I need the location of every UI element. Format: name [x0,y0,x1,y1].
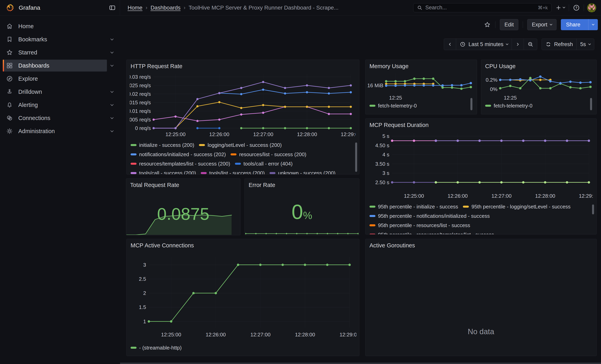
dashboard-actions: Edit Export Share [484,19,598,30]
legend-item[interactable]: fetch-telemetry-0 [485,103,532,109]
legend-item[interactable]: 95th percentile - resources/list - succe… [370,222,470,228]
panel-title: MCP Active Connections [127,239,359,249]
sidebar-item-label: Starred [18,49,37,56]
svg-text:0 req/s: 0 req/s [135,125,151,131]
legend-item[interactable]: logging/setLevel - success (200) [199,142,282,148]
legend-item[interactable]: 95th percentile - resources/templates/li… [370,232,494,235]
search-input[interactable]: Search... ⌘+k [413,3,551,12]
panel-active-goroutines[interactable]: Active Goroutines No data [365,239,597,356]
legend-item[interactable]: 95th percentile - initialize - success [370,204,458,210]
sidebar-item-dashboards[interactable]: Dashboards [3,59,107,71]
mcp-active-connections-chart[interactable]: 12:25:0012:26:0012:27:0012:28:0012:29:00… [130,253,356,340]
horizontal-scrollbar[interactable] [120,363,601,364]
sidebar-item-administration[interactable]: Administration [3,125,107,137]
edit-button[interactable]: Edit [500,19,518,30]
legend-item[interactable]: notifications/initialized - success (202… [130,151,226,157]
panel-total-request-rate[interactable]: Total Request Rate 0.0875 [126,178,240,235]
panel-http-request-rate[interactable]: HTTP Request Rate 12:25:0012:26:0012:27:… [126,59,359,175]
svg-text:1: 1 [143,318,146,325]
svg-text:12:27:00: 12:27:00 [491,193,511,199]
http-request-rate-chart[interactable]: 12:25:0012:26:0012:27:0012:28:0012:29:00… [130,72,356,139]
time-range-picker[interactable]: Last 5 minutes [456,39,512,50]
panel-title: CPU Usage [481,60,596,69]
svg-text:12:28:00: 12:28:00 [295,332,315,338]
legend-item[interactable]: resources/list - success (200) [230,151,306,157]
add-new-button[interactable] [555,4,566,11]
error-rate-sparkline [245,228,359,235]
sidebar-toggle-icon[interactable] [109,4,116,11]
time-shift-back-button[interactable] [444,39,456,50]
expand-dashboards-icon[interactable] [107,65,117,66]
legend-item[interactable]: 95th percentile - notifications/initiali… [370,213,490,219]
legend-item[interactable]: initialize - success (200) [130,142,194,148]
expand-connections-icon[interactable] [107,118,117,119]
legend-item[interactable]: resources/templates/list - success (200) [130,161,230,167]
expand-administration-icon[interactable] [107,130,117,132]
connections-icon [6,114,13,122]
panel-error-rate[interactable]: Error Rate 0% [244,178,359,235]
legend-scrollbar[interactable] [590,98,592,110]
mcp-request-duration-chart[interactable]: 12:25:0012:26:0012:27:0012:28:0012:29:00… [369,131,593,201]
stat-value: 0% [245,200,359,224]
svg-text:2.5: 2.5 [139,276,146,282]
panel-cpu-usage[interactable]: CPU Usage 12:250.2%0% fetch-telemetry-0 [481,59,597,114]
divider [523,21,523,28]
sidebar-item-starred[interactable]: Starred [3,47,107,59]
svg-text:12:29:00: 12:29:00 [340,332,356,338]
panel-mcp-request-duration[interactable]: MCP Request Duration 12:25:0012:26:0012:… [365,118,597,235]
export-button[interactable]: Export [527,19,556,30]
top-navbar: Grafana Home › Dashboards › ToolHive MCP… [0,0,601,16]
share-button[interactable]: Share [561,19,585,30]
brand-title: Grafana [19,4,40,11]
refresh-button[interactable]: Refresh [541,39,577,50]
svg-text:12:25:00: 12:25:00 [161,332,181,338]
legend-item[interactable]: - (streamable-http) [130,345,182,351]
legend-item[interactable]: tools/list - success (200) [201,170,265,175]
favorite-star-icon[interactable] [484,21,491,28]
breadcrumb-dashboards[interactable]: Dashboards [150,5,180,11]
sidebar-item-home[interactable]: Home [3,20,117,32]
grafana-logo[interactable] [6,3,14,12]
sidebar-item-label: Dashboards [18,62,49,69]
sidebar-item-explore[interactable]: Explore [3,73,117,85]
sidebar-item-drilldown[interactable]: Drilldown [3,86,107,98]
sidebar-item-label: Administration [18,128,55,135]
legend-item[interactable]: unknown - success (200) [270,170,335,175]
legend-scrollbar[interactable] [471,98,472,110]
zoom-out-button[interactable] [524,39,537,50]
panel-title: HTTP Request Rate [127,60,359,69]
search-shortcut: ⌘+k [538,5,548,10]
memory-usage-chart[interactable]: 12:2516 MiB [367,71,474,101]
legend-item[interactable]: tools/call - success (200) [130,170,196,175]
sidebar-item-label: Alerting [18,102,38,108]
svg-text:0%: 0% [490,86,497,92]
panel-memory-usage[interactable]: Memory Usage 12:2516 MiB fetch-telemetry… [365,59,477,114]
svg-text:12:25: 12:25 [504,95,517,101]
svg-text:12:25:00: 12:25:00 [166,131,186,137]
share-dropdown-icon[interactable] [588,19,598,30]
expand-starred-icon[interactable] [107,52,117,53]
cpu-usage-chart[interactable]: 12:250.2%0% [483,71,593,101]
legend-item[interactable]: fetch-telemetry-0 [370,103,417,109]
svg-text:12:27:00: 12:27:00 [253,131,273,137]
user-avatar[interactable] [587,3,596,12]
expand-alerting-icon[interactable] [107,104,117,106]
expand-drilldown-icon[interactable] [107,91,117,93]
svg-text:12:25: 12:25 [389,95,402,101]
expand-bookmarks-icon[interactable] [107,39,117,40]
sidebar-item-label: Bookmarks [18,36,47,43]
refresh-interval-picker[interactable]: 5s [576,39,594,50]
sidebar-item-alerting[interactable]: Alerting [3,99,107,111]
legend-scrollbar[interactable] [355,142,357,172]
sidebar-item-bookmarks[interactable]: Bookmarks [3,33,107,45]
help-button[interactable]: ? [572,4,581,12]
breadcrumb-home[interactable]: Home [128,5,142,11]
search-placeholder: Search... [425,5,535,11]
time-shift-forward-button[interactable] [511,39,524,50]
legend-scrollbar[interactable] [592,205,594,214]
legend-item[interactable]: 95th percentile - logging/setLevel - suc… [463,204,571,210]
legend-item[interactable]: tools/call - error (404) [235,161,292,167]
svg-text:?: ? [575,6,577,9]
sidebar-item-connections[interactable]: Connections [3,112,107,124]
panel-mcp-active-connections[interactable]: MCP Active Connections 12:25:0012:26:001… [126,239,359,356]
